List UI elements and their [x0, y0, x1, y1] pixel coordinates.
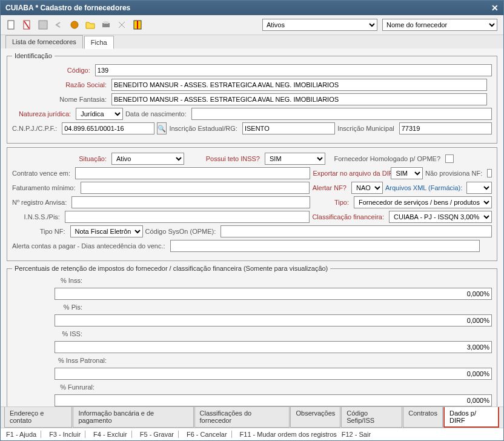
btab-class[interactable]: Classificações do fornecedor	[194, 407, 290, 428]
xml-label: Arquivos XML (Farmácia):	[385, 184, 464, 191]
btab-obs[interactable]: Observações	[290, 407, 340, 428]
homolog-label: Fornecedor Homologado p/ OPME?	[328, 155, 443, 162]
new-icon[interactable]	[7, 20, 16, 30]
identificacao-legend: Identificação	[12, 52, 55, 59]
btab-dirf[interactable]: Dados p/ DIRF	[443, 407, 499, 428]
inss-input	[55, 288, 492, 300]
tab-lista[interactable]: Lista de fornecedores	[5, 35, 83, 48]
tab-ficha[interactable]: Ficha	[84, 36, 114, 49]
top-tabbar: Lista de fornecedores Ficha	[1, 35, 503, 48]
insspis-input[interactable]	[65, 211, 310, 223]
anvisa-label: Nº registro Anvisa:	[12, 199, 69, 206]
folder-icon[interactable]	[85, 20, 95, 30]
status-f5: F5 - Gravar	[138, 431, 176, 438]
pis-label: % Pis:	[55, 303, 85, 311]
contrato-input[interactable]	[75, 167, 310, 179]
cnpj-lookup-icon[interactable]: 🔍	[157, 122, 167, 134]
ierg-label: Inscrição Estadual/RG:	[169, 125, 240, 132]
svg-point-4	[71, 21, 78, 28]
pis-input	[55, 314, 492, 327]
anvisa-input[interactable]	[71, 196, 310, 208]
filter-sort-select[interactable]: Nome do fornecedor	[382, 19, 497, 31]
alerta-input[interactable]	[170, 240, 480, 252]
svg-rect-0	[8, 21, 14, 29]
export-select[interactable]: SIM	[391, 167, 423, 179]
homolog-checkbox[interactable]	[445, 154, 454, 163]
tool2-icon[interactable]	[117, 20, 127, 30]
funrural-input	[55, 394, 492, 406]
tool1-icon[interactable]	[70, 20, 79, 30]
print-icon[interactable]	[101, 20, 111, 30]
razao-label: Razão Social:	[12, 81, 109, 88]
natjur-select[interactable]: Jurídica	[76, 108, 123, 120]
dtnasc-input[interactable]	[191, 108, 492, 120]
inss-label: % Inss:	[55, 277, 85, 284]
fantasia-input[interactable]	[111, 93, 487, 105]
contrato-label: Contrato vence em:	[12, 170, 73, 177]
status-f3: F3 - Incluir	[47, 431, 82, 438]
tiponf-label: Tipo NF:	[12, 228, 68, 235]
im-label: Inscrição Municipal	[337, 125, 397, 132]
insspis-label: I.N.S.S./Pis:	[12, 213, 62, 220]
classfin-select[interactable]: CUIABA - PJ - ISSQN 3,00%	[389, 211, 492, 223]
funrural-label: % Funrural:	[55, 383, 97, 391]
svg-rect-8	[137, 21, 138, 29]
teto-select[interactable]: SIM	[265, 153, 325, 165]
export-label: Exportar no arquivo da DIRF:	[313, 170, 388, 177]
delete-icon[interactable]	[22, 20, 32, 30]
identificacao-fieldset: Identificação Código: Razão Social: Nome…	[7, 52, 497, 144]
exit-icon[interactable]	[133, 20, 142, 30]
status-f1: F1 - Ajuda	[4, 431, 38, 438]
fatmin-label: Faturamento mínimo:	[12, 184, 78, 191]
alertanf-select[interactable]: NAO	[351, 182, 383, 194]
main-window: CUIABA * Cadastro de fornecedores ✕ Ativ…	[0, 0, 504, 441]
naoprov-label: Não provisiona NF:	[425, 170, 485, 177]
natjur-label: Natureza jurídica:	[12, 110, 73, 118]
cnpj-label: C.N.P.J./C.P.F.:	[12, 125, 59, 132]
btab-contratos[interactable]: Contratos	[403, 407, 443, 428]
dtnasc-label: Data de nascimento:	[125, 110, 189, 118]
btab-sefip[interactable]: Código Sefip/ISS	[341, 407, 402, 428]
fantasia-label: Nome Fantasia:	[12, 96, 109, 103]
status-f6: F6 - Cancelar	[185, 431, 229, 438]
syson-input[interactable]	[220, 225, 492, 237]
svg-rect-5	[102, 23, 110, 27]
percentuais-legend: Percentuais de retenção de impostos do f…	[12, 265, 330, 272]
titlebar: CUIABA * Cadastro de fornecedores ✕	[1, 1, 503, 15]
bottom-tabbar: Endereço e contato Informação bancária e…	[1, 406, 503, 428]
ierg-input[interactable]	[242, 122, 335, 134]
statusbar: F1 - Ajuda F3 - Incluir F4 - Excluir F5 …	[1, 428, 503, 440]
im-input[interactable]	[399, 122, 492, 134]
iss-input	[55, 341, 492, 353]
tipo-select[interactable]: Fornecedor de serviços / bens / produtos	[354, 196, 492, 208]
classfin-label: Classificação financeira:	[312, 213, 386, 220]
tiponf-select[interactable]: Nota Fiscal Eletrônica	[70, 225, 143, 237]
save-icon[interactable]	[38, 20, 48, 30]
codigo-label: Código:	[12, 67, 93, 74]
status-f4: F4 - Excluir	[91, 431, 129, 438]
codigo-input[interactable]	[95, 64, 492, 76]
insspat-label: % Inss Patronal:	[55, 357, 109, 364]
fatmin-input[interactable]	[81, 182, 310, 194]
syson-label: Código SysOn (OPME):	[145, 228, 219, 235]
btab-endereco[interactable]: Endereço e contato	[4, 407, 72, 428]
btab-banco[interactable]: Informação bancária e de pagamento	[73, 407, 193, 428]
close-icon[interactable]: ✕	[491, 3, 499, 13]
cnpj-input[interactable]	[62, 122, 154, 134]
detalhes-fieldset: Situação: Ativo Possui teto INSS? SIM Fo…	[7, 147, 497, 261]
sit-select[interactable]: Ativo	[111, 153, 184, 165]
window-title: CUIABA * Cadastro de fornecedores	[5, 4, 130, 12]
teto-label: Possui teto INSS?	[187, 155, 262, 162]
naoprov-checkbox[interactable]	[487, 169, 492, 177]
iss-label: % ISS:	[55, 330, 85, 337]
filter-status-select[interactable]: Ativos	[262, 19, 377, 31]
tipo-label: Tipo:	[313, 199, 351, 206]
sit-label: Situação:	[12, 155, 109, 162]
razao-input[interactable]	[111, 79, 487, 91]
svg-rect-6	[104, 21, 108, 24]
svg-rect-3	[39, 21, 47, 29]
status-f12: F12 - Sair	[340, 431, 373, 438]
xml-select[interactable]	[466, 182, 492, 194]
toolbar: Ativos Nome do fornecedor	[1, 15, 503, 35]
undo-icon[interactable]	[54, 20, 64, 30]
